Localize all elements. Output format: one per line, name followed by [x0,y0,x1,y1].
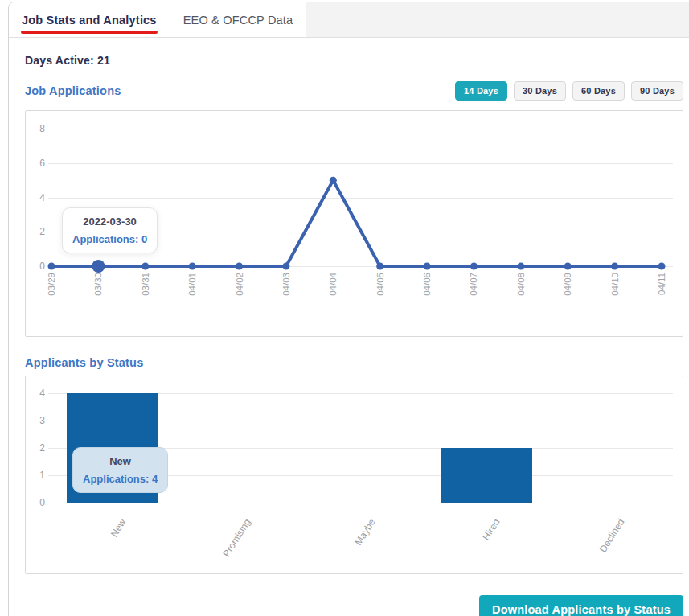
date-range-filter: 14 Days 30 Days 60 Days 90 Days [455,81,683,101]
line-point[interactable] [470,263,478,270]
line-point[interactable] [376,263,383,270]
analytics-card: Job Stats and Analytics EEO & OFCCP Data… [8,2,689,616]
x-axis-date-label: 04/01 [186,273,199,313]
download-row: Download Applicants by Status [25,595,683,616]
x-axis-category-label: New [87,517,129,574]
status-bar-hired[interactable] [441,448,532,503]
days-active-label: Days Active: [25,54,94,67]
x-axis-date-label: 04/10 [609,273,621,313]
tab-job-stats-and-analytics[interactable]: Job Stats and Analytics [9,2,170,37]
range-button-14-days[interactable]: 14 Days [455,81,507,101]
x-axis-category-label: Declined [585,517,627,574]
tooltip-value: Applications: 4 [83,474,158,484]
x-axis-category-label: Promising [211,517,253,574]
line-point[interactable] [424,263,431,270]
x-axis-date-label: 04/02 [233,273,246,313]
x-axis-date-label: 04/11 [655,273,668,313]
y-axis-tick-label: 2 [26,441,45,454]
line-point[interactable] [282,263,289,270]
x-axis-date-label: 04/06 [420,273,433,313]
tab-panel-job-stats: Days Active: 21 Job Applications 14 Days… [9,38,689,616]
y-axis-tick-label: 0 [26,496,45,509]
tooltip-category: New [83,456,158,466]
tooltip-value: Applications: 0 [72,234,147,244]
applications-section-head: Job Applications 14 Days 30 Days 60 Days… [25,81,683,101]
line-chart-tooltip: 2022-03-30 Applications: 0 [62,207,158,253]
tooltip-date: 2022-03-30 [72,216,147,227]
download-applicants-by-status-button[interactable]: Download Applicants by Status [479,595,683,616]
tab-label: EEO & OFCCP Data [183,14,293,27]
x-axis-date-label: 04/09 [561,273,574,313]
line-point[interactable] [330,177,337,184]
y-axis-tick-label: 1 [26,469,45,482]
line-point[interactable] [141,263,149,270]
x-axis-category-label: Maybe [336,517,378,574]
applications-line-chart: 0246803/2903/3003/3104/0104/0204/0304/04… [25,110,683,337]
bar-chart-tooltip: New Applications: 4 [72,447,168,493]
line-point-highlighted[interactable] [92,260,105,273]
tab-bar: Job Stats and Analytics EEO & OFCCP Data [9,2,689,38]
line-point[interactable] [189,263,196,270]
days-active: Days Active: 21 [25,54,683,67]
line-point[interactable] [517,263,524,270]
x-axis-date-label: 04/05 [374,273,387,313]
gridline [48,503,673,503]
applicants-by-status-bar-chart: 01234NewPromisingMaybeHiredDeclined New … [25,376,683,574]
x-axis-date-label: 04/07 [467,273,480,313]
active-tab-underline [21,31,158,34]
job-applications-title: Job Applications [25,84,121,97]
tab-eeo-ofccp-data[interactable]: EEO & OFCCP Data [170,2,306,37]
x-axis-date-label: 03/31 [139,273,152,313]
range-button-90-days[interactable]: 90 Days [631,81,683,101]
x-axis-date-label: 03/29 [45,273,58,313]
x-axis-category-label: Hired [461,517,502,574]
x-axis-date-label: 03/30 [92,273,105,313]
range-button-30-days[interactable]: 30 Days [514,81,566,101]
x-axis-date-label: 04/03 [280,273,293,313]
y-axis-tick-label: 3 [26,414,45,427]
line-point[interactable] [564,263,572,270]
line-point[interactable] [611,263,618,270]
line-point[interactable] [658,263,666,270]
days-active-value: 21 [97,54,110,67]
applicants-by-status-title: Applicants by Status [25,356,683,369]
y-axis-tick-label: 4 [26,387,45,400]
line-point[interactable] [236,263,243,270]
x-axis-date-label: 04/04 [326,273,339,313]
range-button-60-days[interactable]: 60 Days [572,81,625,101]
x-axis-date-label: 04/08 [515,273,527,313]
tab-label: Job Stats and Analytics [22,14,157,27]
line-point[interactable] [48,263,55,270]
